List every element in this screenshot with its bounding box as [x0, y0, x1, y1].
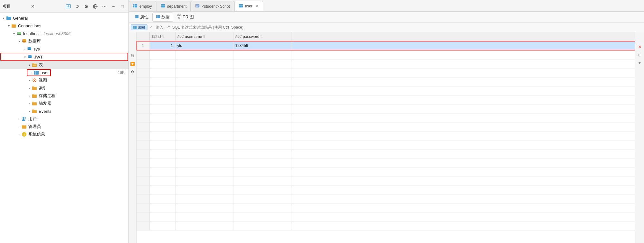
label-general: General	[13, 16, 28, 21]
settings-icon[interactable]: ⚙	[83, 3, 90, 10]
arrow-indexes: ›	[27, 86, 32, 90]
sub-tab-properties[interactable]: 属性	[131, 13, 152, 21]
table-row[interactable]: 1 1 ylc 123456	[137, 41, 635, 50]
table-row	[137, 59, 635, 68]
svg-text:i: i	[24, 132, 24, 136]
filter-icon-password[interactable]: ⇅	[260, 35, 263, 38]
label-events: Events	[39, 109, 52, 114]
label-jwt: JWT	[34, 55, 43, 59]
procs-icon	[32, 93, 37, 99]
table-row	[137, 113, 635, 122]
tab-department-icon	[161, 4, 165, 9]
sublabel-localhost: - localhost:3306	[41, 31, 71, 36]
tree-item-user[interactable]: › user 16K	[0, 69, 128, 76]
label-tables: 表	[39, 62, 43, 68]
tree-item-sys[interactable]: › sys	[0, 45, 128, 53]
side-actions-left: 行数 🔽 ⚙	[129, 32, 137, 243]
close-project-icon[interactable]: ✕	[29, 3, 36, 10]
tab-employ-icon	[133, 4, 137, 9]
table-row	[137, 131, 635, 140]
tree-item-localhost[interactable]: ▾ localhost - localhost:3306	[0, 30, 128, 37]
refresh-icon[interactable]: ↺	[74, 3, 81, 10]
col-header-username[interactable]: ABC username ⇅	[175, 32, 233, 41]
svg-rect-57	[179, 14, 181, 15]
col-username-label: username	[185, 34, 202, 39]
filter-btn[interactable]: 🔽	[129, 60, 136, 68]
sub-tab-data[interactable]: 数据	[152, 13, 173, 22]
tab-employ[interactable]: employ	[129, 1, 156, 11]
table-row	[137, 95, 635, 104]
user-table-size: 16K	[118, 70, 127, 75]
table-row	[137, 140, 635, 149]
arrow-databases: ▾	[17, 40, 21, 43]
table-folder-icon	[32, 62, 37, 68]
add-row-btn[interactable]: ✕	[636, 43, 643, 50]
table-header-row: 123 id ⇅ ABC username ⇅	[137, 32, 635, 41]
new-connection-icon[interactable]	[65, 3, 72, 10]
views-icon	[32, 77, 37, 83]
filter-side-btn[interactable]: ▼	[636, 59, 643, 67]
tree-item-triggers[interactable]: › 触发器	[0, 100, 128, 107]
tab-department[interactable]: department	[156, 1, 191, 11]
label-indexes: 索引	[39, 85, 47, 91]
copy-row-btn[interactable]: ⊡	[636, 51, 643, 59]
data-table-container: 123 id ⇅ ABC username ⇅	[137, 32, 635, 243]
row-num-toggle[interactable]: 行数	[129, 43, 136, 59]
svg-rect-37	[133, 4, 137, 8]
table-row	[137, 185, 635, 194]
label-procs: 存储过程	[39, 93, 55, 99]
svg-point-33	[25, 117, 26, 119]
arrow-sysinfo: ›	[17, 133, 21, 136]
tab-student-script-icon	[195, 4, 200, 9]
minimize-icon[interactable]: −	[110, 3, 117, 10]
cell-id-1[interactable]: 1	[149, 41, 175, 50]
table-row	[137, 77, 635, 86]
maximize-icon[interactable]: □	[119, 3, 126, 10]
data-toolbar-tag: user	[131, 24, 147, 30]
tree-item-events[interactable]: › Events	[0, 107, 128, 115]
col-header-id[interactable]: 123 id ⇅	[149, 32, 175, 41]
more-icon[interactable]: ⋯	[101, 3, 108, 10]
tree-item-users[interactable]: › 用户	[0, 115, 128, 123]
tree-item-procs[interactable]: › 存储过程	[0, 92, 128, 100]
filter-icon-username[interactable]: ⇅	[203, 35, 205, 38]
svg-rect-23	[34, 71, 39, 75]
sql-filter-input[interactable]	[154, 25, 642, 30]
tree-item-databases[interactable]: ▾ 数据库	[0, 37, 128, 45]
tree-item-views[interactable]: › 视图	[0, 76, 128, 84]
filter-icon-id[interactable]: ⇅	[162, 35, 165, 38]
settings-data-btn[interactable]: ⚙	[129, 68, 136, 76]
users-icon	[21, 116, 27, 122]
tree-item-admins[interactable]: › 管理员	[0, 123, 128, 130]
tree-item-sysinfo[interactable]: › i 系统信息	[0, 130, 128, 138]
svg-point-10	[19, 35, 19, 35]
label-users: 用户	[28, 116, 37, 122]
folder-icon-general	[6, 15, 12, 21]
network-icon[interactable]	[92, 3, 99, 10]
col-password-label: password	[243, 34, 259, 39]
tab-user[interactable]: user ✕	[234, 1, 263, 11]
data-table: 123 id ⇅ ABC username ⇅	[137, 32, 635, 230]
arrow-connections: ▾	[6, 24, 11, 28]
tree-item-indexes[interactable]: › 索引	[0, 84, 128, 92]
arrow-sys: ›	[22, 47, 26, 51]
arrow-procs: ›	[27, 94, 32, 98]
label-user-table: user	[41, 70, 49, 75]
cell-username-1[interactable]: ylc	[175, 41, 233, 50]
label-views: 视图	[39, 77, 47, 83]
tab-student-script[interactable]: <student> Script	[191, 1, 234, 11]
sub-tab-er[interactable]: ER 图	[174, 13, 197, 21]
svg-point-32	[23, 117, 24, 119]
cell-password-1[interactable]: 123456	[233, 41, 291, 50]
svg-rect-61	[133, 26, 137, 29]
tree-item-general[interactable]: ▾ General	[0, 14, 128, 22]
svg-point-19	[28, 57, 32, 58]
tree-item-jwt[interactable]: ▾ JWT	[1, 53, 128, 61]
col-header-password[interactable]: ABC password ⇅	[233, 32, 291, 41]
tab-user-close[interactable]: ✕	[254, 4, 259, 8]
tree-item-connections[interactable]: ▾ Connections	[0, 22, 128, 30]
tree-item-tables[interactable]: ▾ 表	[0, 61, 128, 69]
arrow-user: ›	[29, 71, 33, 75]
admins-icon	[21, 124, 27, 130]
table-row	[137, 158, 635, 167]
